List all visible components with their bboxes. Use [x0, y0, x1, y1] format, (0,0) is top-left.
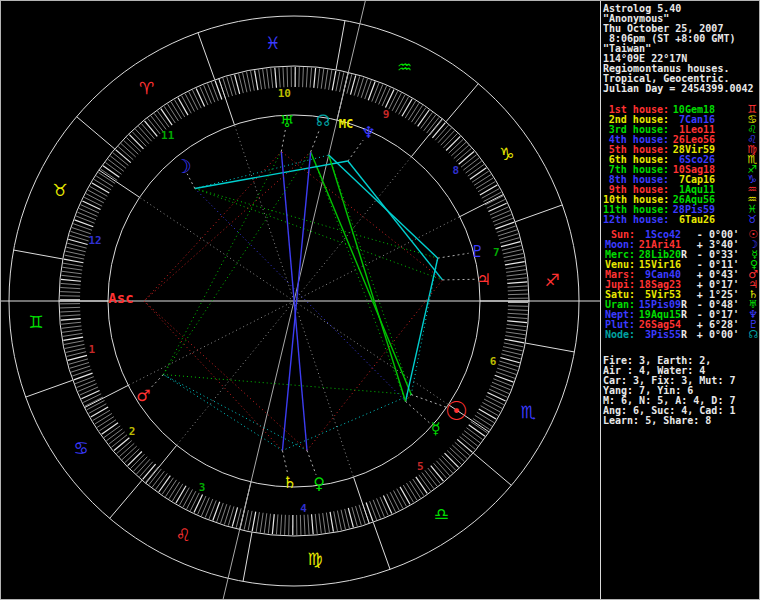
wheel-glyph-mars: ♂ — [136, 386, 150, 405]
degree-tick — [315, 514, 317, 534]
degree-tick — [377, 498, 385, 516]
degree-tick — [507, 321, 527, 323]
house-number-8: 8 — [453, 164, 460, 177]
degree-tick — [373, 500, 380, 519]
degree-tick — [405, 101, 415, 118]
degree-tick — [368, 82, 375, 101]
degree-tick — [244, 510, 248, 530]
degree-tick — [275, 68, 277, 88]
panel-divider — [600, 1, 601, 600]
degree-tick — [454, 145, 469, 158]
retrograde-flag: R — [681, 310, 689, 320]
degree-tick — [74, 373, 93, 380]
degree-tick — [395, 95, 404, 113]
degree-tick — [63, 333, 83, 336]
aspect-sextile-mercury-pluto — [406, 258, 438, 401]
degree-tick — [65, 255, 85, 259]
angle-label-mc: MC — [339, 117, 353, 131]
wheel-glyph-jupiter: ♃ — [477, 270, 491, 289]
degree-tick — [382, 88, 390, 106]
degree-tick — [135, 129, 149, 144]
daily-motion-value: + 0°00' — [689, 330, 739, 340]
degree-tick — [134, 457, 148, 472]
degree-tick — [194, 494, 203, 512]
degree-tick — [279, 67, 280, 87]
degree-tick — [470, 168, 486, 179]
house-cusp-spoke — [354, 477, 370, 523]
degree-tick — [393, 490, 402, 508]
sign-boundary — [26, 380, 73, 397]
degree-tick — [450, 448, 465, 462]
house-number-1: 1 — [88, 343, 95, 356]
aspect-sextile-moon-neptune — [195, 161, 348, 188]
degree-tick — [474, 175, 491, 186]
sign-boundary — [446, 84, 478, 122]
degree-tick — [89, 404, 107, 414]
degree-tick — [507, 282, 527, 284]
degree-tick — [263, 69, 266, 89]
sign-glyph-pisces: ♓ — [265, 33, 280, 53]
sign-boundary — [77, 117, 115, 149]
degree-tick — [137, 459, 150, 474]
wheel-glyph-venus: ♀ — [313, 474, 325, 493]
degree-tick — [61, 322, 81, 324]
degree-tick — [326, 513, 329, 533]
degree-tick — [272, 514, 274, 534]
house-cusp-value: 6Tau26 — [669, 215, 715, 225]
degree-tick — [494, 218, 513, 225]
degree-tick — [479, 409, 496, 419]
degree-tick — [457, 439, 472, 452]
sign-glyph-taurus: ♉ — [52, 180, 67, 200]
degree-tick — [64, 259, 84, 263]
degree-tick — [85, 397, 103, 406]
degree-tick — [256, 512, 259, 532]
wheel-glyph-moon: ☽ — [174, 155, 191, 177]
degree-tick — [488, 203, 506, 211]
degree-tick — [389, 91, 398, 109]
aspect-trine-sun-mc — [329, 155, 412, 395]
house-cusp-radial — [140, 197, 291, 298]
house-cusp-radial — [298, 217, 460, 300]
degree-tick — [205, 499, 213, 518]
degree-tick — [92, 183, 109, 193]
degree-tick — [425, 470, 437, 486]
degree-tick — [61, 275, 81, 277]
degree-tick — [88, 190, 106, 199]
degree-tick — [329, 70, 332, 90]
degree-tick — [507, 324, 527, 326]
degree-tick — [119, 443, 134, 456]
degree-tick — [190, 493, 199, 511]
sign-glyph-scorpio: ♏ — [521, 402, 536, 422]
degree-tick — [385, 89, 394, 107]
house-cusp-radial — [297, 303, 448, 404]
degree-tick — [154, 113, 166, 129]
wheel-glyph-sun: ☉ — [445, 396, 468, 426]
degree-tick — [459, 152, 474, 165]
pointer-mars — [149, 375, 163, 390]
degree-tick — [493, 379, 512, 386]
degree-tick — [75, 377, 94, 384]
degree-tick — [493, 214, 512, 221]
degree-tick — [491, 211, 509, 219]
degree-tick — [93, 410, 110, 420]
degree-tick — [402, 99, 412, 116]
degree-tick — [81, 390, 99, 398]
degree-tick — [91, 407, 108, 417]
degree-tick — [408, 103, 419, 120]
sign-glyph-gemini: ♊ — [28, 312, 43, 332]
degree-tick — [432, 123, 445, 138]
degree-tick — [78, 212, 97, 220]
degree-tick — [287, 67, 288, 87]
degree-tick — [124, 141, 139, 155]
degree-tick — [495, 222, 514, 229]
info-sidebar: Astrolog 5.40"Anonymous"Thu October 25, … — [603, 1, 760, 600]
degree-tick — [62, 271, 82, 274]
house-sign-glyph: ♉ — [715, 215, 760, 225]
degree-tick — [176, 486, 186, 503]
degree-tick — [383, 495, 391, 513]
degree-tick — [487, 392, 505, 401]
degree-tick — [138, 126, 151, 141]
sign-glyph-libra: ♎ — [434, 504, 449, 524]
degree-tick — [416, 477, 427, 493]
degree-tick — [464, 431, 480, 443]
